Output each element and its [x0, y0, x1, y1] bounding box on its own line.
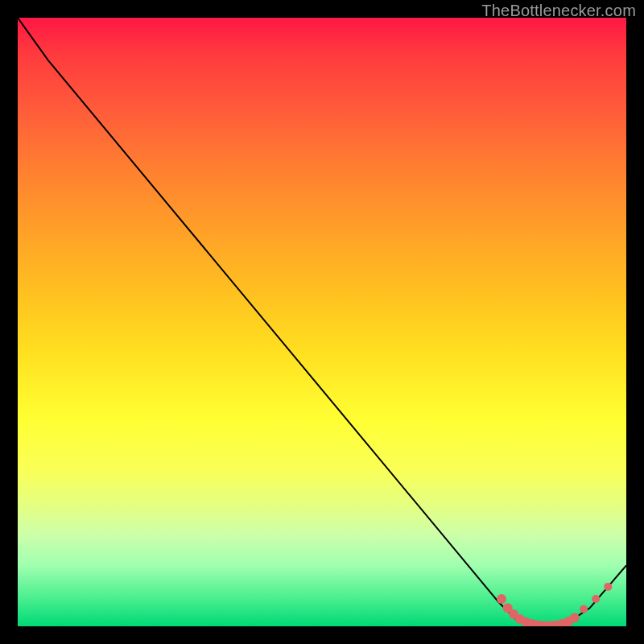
optimal-zone-markers: [497, 583, 612, 626]
marker-dot: [570, 613, 580, 622]
attribution-text: TheBottlenecker.com: [481, 2, 636, 20]
bottleneck-curve-path: [18, 18, 626, 626]
plot-area: [18, 18, 626, 626]
curve-line: [18, 18, 626, 626]
chart-svg: [18, 18, 626, 626]
marker-dot: [592, 595, 600, 603]
marker-dot: [580, 605, 588, 613]
marker-dot: [604, 583, 612, 591]
marker-dot: [497, 594, 506, 604]
chart-container: TheBottlenecker.com: [0, 0, 644, 644]
